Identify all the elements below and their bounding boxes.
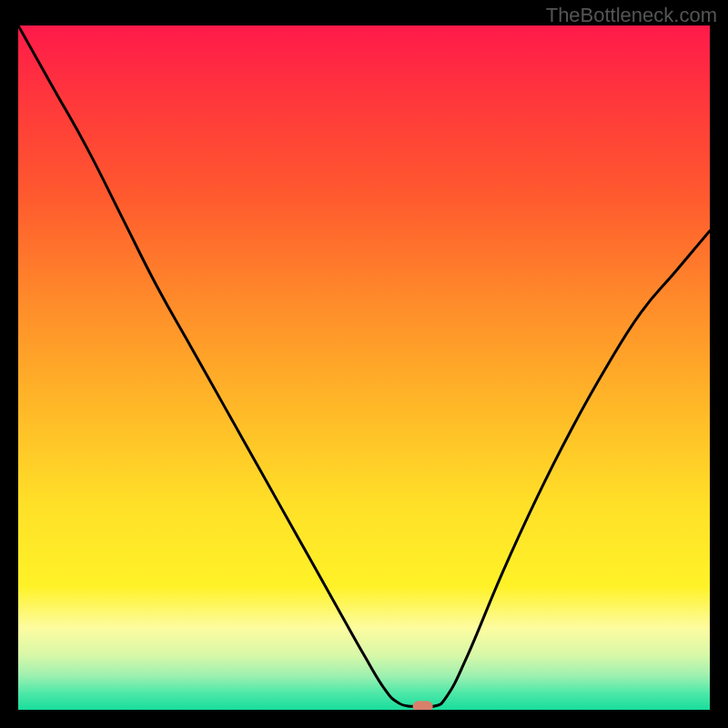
watermark-text: TheBottleneck.com (546, 4, 717, 27)
chart-container: TheBottleneck.com (0, 0, 728, 728)
chart-svg (18, 25, 710, 710)
optimal-marker (413, 701, 433, 710)
chart-plot-area (18, 25, 710, 710)
